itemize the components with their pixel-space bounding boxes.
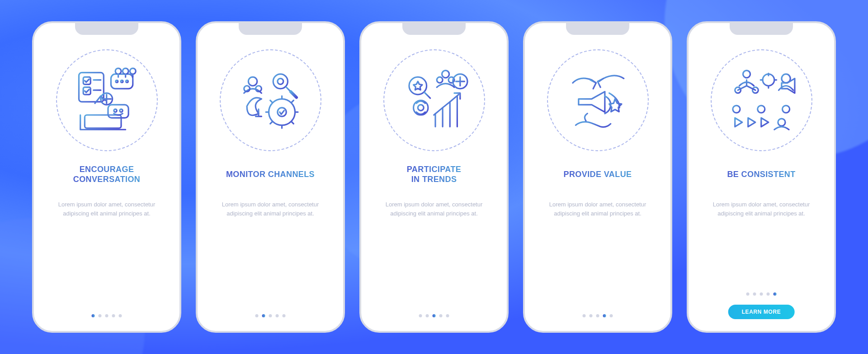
learn-more-button[interactable]: LEARN MORE: [728, 305, 795, 319]
pager-dot[interactable]: [255, 314, 259, 317]
pager-dots: [255, 314, 286, 317]
onboarding-phone: PROVIDE VALUELorem ipsum dolor amet, con…: [523, 21, 672, 333]
phone-notch: [75, 21, 138, 35]
svg-rect-0: [79, 72, 104, 102]
encourage-conversation-icon: [56, 49, 158, 151]
phone-notch: [566, 21, 629, 35]
svg-point-20: [269, 99, 295, 125]
pager-dots: [583, 314, 613, 317]
pager-dot[interactable]: [610, 314, 613, 317]
pager-dot[interactable]: [99, 314, 102, 317]
svg-point-31: [753, 87, 759, 93]
pager-dot[interactable]: [774, 292, 777, 296]
svg-point-9: [121, 80, 123, 82]
onboarding-description: Lorem ipsum dolor amet, consectetur adip…: [48, 200, 165, 218]
svg-point-33: [782, 74, 790, 82]
svg-point-5: [115, 68, 121, 74]
pager-dot[interactable]: [262, 314, 265, 317]
phone-notch: [402, 21, 466, 35]
onboarding-row: ENCOURAGE CONVERSATIONLorem ipsum dolor …: [32, 21, 836, 333]
pager-dots: [746, 292, 777, 296]
be-consistent-icon: [711, 49, 812, 151]
svg-point-16: [244, 86, 250, 91]
onboarding-phone: ENCOURAGE CONVERSATIONLorem ipsum dolor …: [32, 21, 181, 333]
svg-rect-11: [85, 115, 122, 128]
onboarding-title: PROVIDE VALUE: [564, 164, 632, 185]
svg-rect-4: [111, 74, 133, 88]
pager-dots: [419, 314, 449, 317]
pager-dot[interactable]: [439, 314, 443, 317]
svg-point-8: [116, 80, 118, 82]
phone-notch: [730, 21, 793, 35]
onboarding-description: Lorem ipsum dolor amet, consectetur adip…: [539, 200, 656, 218]
onboarding-description: Lorem ipsum dolor amet, consectetur adip…: [375, 200, 493, 218]
pager-dot[interactable]: [583, 314, 586, 317]
pager-dot[interactable]: [426, 314, 429, 317]
pager-dot[interactable]: [269, 314, 272, 317]
svg-point-22: [409, 77, 427, 95]
onboarding-title: MONITOR CHANNELS: [226, 164, 315, 185]
svg-point-15: [249, 77, 257, 86]
onboarding-title: PARTICIPATE IN TRENDS: [407, 164, 461, 185]
svg-point-27: [414, 100, 428, 115]
pager-dot[interactable]: [119, 314, 122, 317]
onboarding-phone: BE CONSISTENTLorem ipsum dolor amet, con…: [687, 21, 836, 333]
svg-point-21: [278, 108, 286, 116]
svg-rect-12: [108, 105, 128, 118]
svg-point-23: [442, 70, 449, 77]
pager-dot[interactable]: [433, 314, 436, 317]
svg-point-32: [763, 74, 774, 86]
onboarding-phone: PARTICIPATE IN TRENDSLorem ipsum dolor a…: [359, 21, 509, 333]
monitor-channels-icon: [220, 49, 321, 151]
pager-dot[interactable]: [276, 314, 279, 317]
onboarding-description: Lorem ipsum dolor amet, consectetur adip…: [703, 200, 820, 218]
svg-point-13: [114, 109, 117, 112]
svg-point-24: [437, 77, 443, 83]
svg-point-14: [120, 109, 123, 112]
pager-dot[interactable]: [753, 292, 756, 296]
svg-point-36: [783, 105, 790, 113]
svg-rect-1: [83, 77, 90, 84]
pager-dot[interactable]: [590, 314, 593, 317]
pager-dot[interactable]: [746, 292, 750, 296]
pager-dot[interactable]: [760, 292, 763, 296]
phone-notch: [239, 21, 302, 35]
svg-point-10: [126, 80, 128, 82]
onboarding-title: BE CONSISTENT: [727, 164, 795, 185]
svg-point-26: [453, 74, 467, 88]
svg-point-35: [758, 105, 765, 113]
svg-point-3: [101, 93, 113, 105]
onboarding-description: Lorem ipsum dolor amet, consectetur adip…: [212, 200, 329, 218]
svg-point-29: [743, 70, 750, 77]
pager-dot[interactable]: [105, 314, 108, 317]
svg-rect-2: [83, 87, 90, 94]
onboarding-phone: MONITOR CHANNELSLorem ipsum dolor amet, …: [196, 21, 345, 333]
svg-point-30: [735, 87, 741, 93]
onboarding-title: ENCOURAGE CONVERSATION: [73, 164, 140, 185]
pager-dot[interactable]: [446, 314, 449, 317]
participate-trends-icon: [383, 49, 485, 151]
pager-dot[interactable]: [767, 292, 770, 296]
svg-point-17: [256, 86, 262, 91]
svg-point-6: [123, 68, 128, 74]
svg-point-19: [278, 78, 283, 84]
pager-dot[interactable]: [92, 314, 95, 317]
svg-point-37: [778, 119, 785, 126]
svg-point-34: [733, 105, 740, 113]
svg-point-18: [273, 74, 288, 88]
svg-point-7: [130, 68, 136, 74]
provide-value-icon: [547, 49, 649, 151]
pager-dots: [92, 314, 122, 317]
pager-dot[interactable]: [419, 314, 422, 317]
svg-point-25: [448, 77, 454, 83]
pager-dot[interactable]: [112, 314, 115, 317]
pager-dot[interactable]: [596, 314, 599, 317]
svg-point-28: [418, 105, 424, 110]
pager-dot[interactable]: [283, 314, 286, 317]
pager-dot[interactable]: [603, 314, 606, 317]
